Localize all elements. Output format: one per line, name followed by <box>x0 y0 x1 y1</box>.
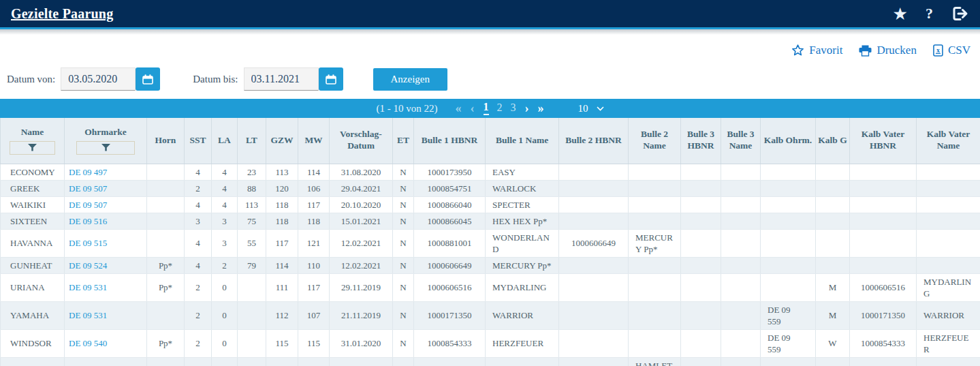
help-icon[interactable]: ? <box>926 5 933 22</box>
cell-mw: 117 <box>298 273 330 301</box>
cell-kalbg <box>816 257 850 273</box>
cell-bulle3name <box>721 301 761 329</box>
cell-bulle2name: HAMLET Pp* <box>629 357 681 366</box>
cell-bulle3hbnr <box>681 357 721 366</box>
ohrmarke-link[interactable]: DE 09 507 <box>69 183 107 194</box>
cell-name: WAIKIKI <box>1 196 65 213</box>
cell-bulle2name <box>629 180 681 196</box>
cell-kalbvaterhbnr: 1000606516 <box>850 273 917 301</box>
ohrmarke-link[interactable]: DE 09 497 <box>69 167 107 177</box>
table-row: YAMAHADE 09 5312011210721.11.2019N100017… <box>1 301 980 329</box>
cell-horn <box>147 164 185 180</box>
cell-ohrmarke: DE 09 515 <box>65 229 147 257</box>
cell-bulle2name: MERCURY Pp* <box>629 229 681 257</box>
cell-bulle1name: HERZFEUER <box>486 329 559 357</box>
ohrmarke-link[interactable]: DE 09 531 <box>69 282 107 292</box>
column-header-vorschlag: Vorschlag-Datum <box>330 118 393 164</box>
cell-bulle2hbnr <box>559 164 629 180</box>
ohrmarke-link[interactable]: DE 09 531 <box>69 310 107 320</box>
ohrmarke-link[interactable]: DE 09 540 <box>69 338 107 348</box>
cell-bulle1hbnr: 1000173950 <box>414 164 486 180</box>
cell-vorschlag: 12.02.2021 <box>330 229 393 257</box>
cell-bulle2hbnr <box>559 257 629 273</box>
last-page-button[interactable]: » <box>538 102 544 115</box>
cell-horn <box>147 213 185 229</box>
prev-page-button[interactable]: ‹ <box>471 102 475 115</box>
name-filter-button[interactable] <box>10 141 54 155</box>
calendar-icon <box>326 74 336 85</box>
next-page-button[interactable]: › <box>525 102 529 115</box>
cell-mw: 106 <box>298 180 330 196</box>
cell-et: N <box>393 273 414 301</box>
cell-bulle2hbnr <box>559 301 629 329</box>
cell-kalbvatername <box>917 196 980 213</box>
cell-bulle3name <box>721 164 761 180</box>
cell-bulle3hbnr <box>681 257 721 273</box>
date-from-input[interactable] <box>61 67 136 91</box>
favorit-link[interactable]: Favorit <box>791 44 842 57</box>
cell-bulle1hbnr: 1000854751 <box>414 180 486 196</box>
cell-kalbvatername: WARRIOR <box>917 301 980 329</box>
cell-bulle1name: EASY <box>486 164 559 180</box>
anzeigen-button[interactable]: Anzeigen <box>373 68 447 91</box>
cell-vorschlag: 21.11.2019 <box>330 301 393 329</box>
column-label: GZW <box>268 135 296 147</box>
logout-icon[interactable] <box>951 5 969 22</box>
table-row: ACACIADE 09 540218111710712.02.2021N1000… <box>1 357 980 366</box>
table-row: HAVANNADE 09 515435511712112.02.2021N100… <box>1 229 980 257</box>
pagination-controls: « ‹ 123 › » <box>456 102 544 115</box>
csv-link[interactable]: x CSV <box>933 44 970 57</box>
cell-kalbg: W <box>816 329 850 357</box>
cell-bulle3name <box>721 180 761 196</box>
cell-bulle3hbnr <box>681 180 721 196</box>
cell-horn: Pp* <box>147 329 185 357</box>
column-header-sst: SST <box>185 118 212 164</box>
ohrmarke-filter-button[interactable] <box>76 141 136 155</box>
cell-gzw: 120 <box>266 180 298 196</box>
cell-horn: Pp* <box>147 257 185 273</box>
page-button-1[interactable]: 1 <box>484 102 489 115</box>
date-from-calendar-button[interactable] <box>136 67 160 91</box>
cell-et: N <box>393 164 414 180</box>
cell-kalbg: M <box>816 301 850 329</box>
cell-mw: 115 <box>298 329 330 357</box>
shadow-strip <box>0 29 980 35</box>
page-button-2[interactable]: 2 <box>497 102 503 115</box>
cell-vorschlag: 12.02.2021 <box>330 257 393 273</box>
cell-kalbg <box>816 164 850 180</box>
date-to-label: Datum bis: <box>193 74 238 85</box>
date-to-calendar-button[interactable] <box>319 67 343 91</box>
cell-gzw: 112 <box>266 301 298 329</box>
cell-la: 0 <box>212 329 238 357</box>
first-page-button[interactable]: « <box>456 102 462 115</box>
cell-horn <box>147 196 185 213</box>
cell-sst: 2 <box>185 301 212 329</box>
favorite-star-icon[interactable]: ★ <box>893 5 908 22</box>
cell-horn <box>147 180 185 196</box>
column-header-kalbvatername: Kalb Vater Name <box>917 118 980 164</box>
ohrmarke-link[interactable]: DE 09 516 <box>69 216 107 226</box>
cell-kalbvaterhbnr <box>850 180 917 196</box>
cell-la: 0 <box>212 273 238 301</box>
drucken-link[interactable]: Drucken <box>859 44 917 57</box>
page-title[interactable]: Gezielte Paarung <box>11 6 113 22</box>
date-to-input[interactable] <box>244 67 319 91</box>
table-row: ECONOMYDE 09 497442311311431.08.2020N100… <box>1 164 980 180</box>
cell-vorschlag: 31.08.2020 <box>330 164 393 180</box>
cell-bulle1name: WARLOCK <box>486 180 559 196</box>
ohrmarke-link[interactable]: DE 09 515 <box>69 238 107 248</box>
ohrmarke-link[interactable]: DE 09 524 <box>69 260 107 271</box>
cell-lt: 81 <box>238 357 266 366</box>
action-toolbar: Favorit Drucken x CSV <box>0 35 980 61</box>
date-filter-row: Datum von: Datum bis: Anzeigen <box>7 67 980 91</box>
column-header-name: Name <box>1 118 65 164</box>
page-button-3[interactable]: 3 <box>511 102 516 115</box>
cell-bulle2name <box>629 301 681 329</box>
cell-bulle2hbnr <box>559 196 629 213</box>
page-size-select[interactable]: 10 <box>578 103 604 115</box>
ohrmarke-link[interactable]: DE 09 507 <box>69 200 107 210</box>
cell-mw: 118 <box>298 213 330 229</box>
table-row: WINDSORDE 09 540Pp*2011511531.01.2020N10… <box>1 329 980 357</box>
cell-bulle1hbnr: 1000171350 <box>414 301 486 329</box>
cell-sst: 4 <box>185 257 212 273</box>
